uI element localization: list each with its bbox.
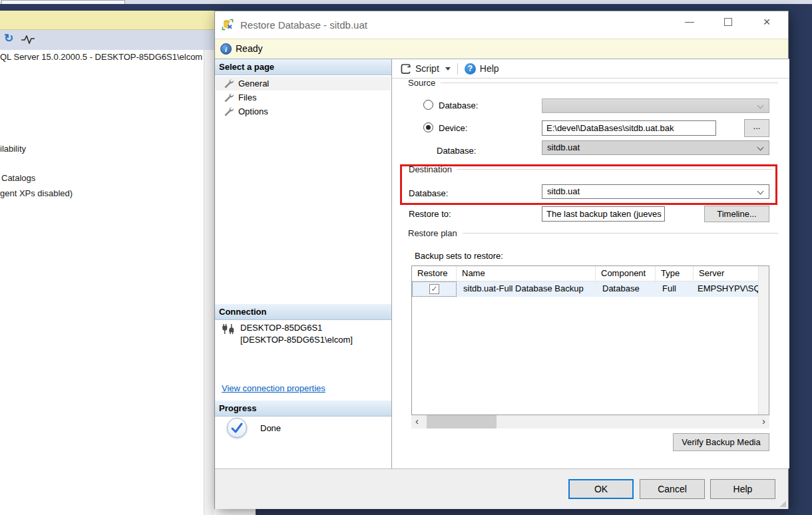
column-header-component[interactable]: Component bbox=[596, 266, 656, 281]
page-item-options[interactable]: Options bbox=[216, 104, 391, 118]
info-icon: i bbox=[220, 43, 232, 55]
table-header-row: Restore Name Component Type Server bbox=[412, 266, 759, 281]
page-item-label: General bbox=[238, 79, 269, 88]
page-item-general[interactable]: General bbox=[216, 77, 391, 90]
connection-header: Connection bbox=[215, 304, 391, 320]
chevron-down-icon bbox=[757, 144, 764, 151]
page-item-files[interactable]: Files bbox=[216, 90, 391, 104]
destination-group-caption: Destination bbox=[409, 164, 773, 174]
script-dropdown-icon[interactable] bbox=[445, 67, 451, 71]
close-icon: × bbox=[763, 15, 770, 29]
object-explorer-tree-node[interactable]: ilability bbox=[0, 144, 26, 154]
source-database-radio[interactable] bbox=[423, 100, 433, 110]
group-divider bbox=[457, 169, 773, 170]
source-database-value: sitdb.uat bbox=[547, 142, 580, 152]
source-legend: Source bbox=[408, 78, 435, 88]
activity-monitor-icon[interactable] bbox=[21, 35, 35, 44]
refresh-icon[interactable]: ↻ bbox=[4, 31, 13, 45]
dialog-titlebar[interactable]: Restore Database - sitdb.uat × bbox=[215, 11, 788, 39]
dialog-status-bar: i Ready bbox=[215, 39, 788, 59]
cancel-button[interactable]: Cancel bbox=[640, 479, 705, 499]
object-explorer-scrollbar[interactable] bbox=[204, 50, 214, 515]
background-window-right bbox=[789, 4, 812, 515]
group-divider bbox=[463, 233, 778, 234]
help-button[interactable]: Help bbox=[710, 479, 775, 499]
status-text: Ready bbox=[236, 43, 262, 54]
destination-database-value: sitdb.uat bbox=[547, 186, 580, 196]
maximize-button[interactable] bbox=[713, 11, 743, 33]
wrench-icon bbox=[224, 79, 234, 88]
left-panel: Select a page General Files Options Conn… bbox=[215, 59, 392, 468]
object-explorer-tree-node[interactable]: Catalogs bbox=[1, 173, 35, 183]
browse-button[interactable]: ... bbox=[744, 119, 769, 137]
help-icon: ? bbox=[465, 63, 476, 75]
column-header-restore[interactable]: Restore bbox=[412, 266, 457, 281]
verify-backup-media-button[interactable]: Verify Backup Media bbox=[673, 433, 769, 451]
help-toolbar-button[interactable]: Help bbox=[480, 63, 499, 74]
column-header-name[interactable]: Name bbox=[457, 266, 596, 281]
restore-plan-group-caption: Restore plan bbox=[408, 228, 778, 238]
group-divider bbox=[441, 83, 778, 83]
object-explorer-info-band bbox=[0, 11, 214, 30]
source-database-select[interactable]: sitdb.uat bbox=[542, 140, 769, 155]
minimize-icon bbox=[685, 22, 694, 23]
object-explorer-toolbar: ↻ bbox=[0, 30, 214, 50]
backup-sets-table[interactable]: Restore Name Component Type Server ✓ sit… bbox=[411, 265, 769, 415]
chevron-down-icon bbox=[757, 102, 764, 109]
connection-server: DESKTOP-85DG6S1 bbox=[240, 323, 322, 333]
scroll-left-icon[interactable]: ‹ bbox=[411, 415, 423, 429]
minimize-button[interactable] bbox=[674, 11, 705, 33]
cell-name: sitdb.uat-Full Database Backup bbox=[457, 281, 596, 297]
script-button[interactable]: Script bbox=[415, 63, 439, 74]
restore-to-label: Restore to: bbox=[409, 209, 451, 219]
cell-server: EMPSHYPV\SQLE bbox=[694, 281, 759, 297]
object-explorer-tree-node[interactable]: gent XPs disabled) bbox=[0, 188, 73, 198]
scroll-right-icon[interactable]: › bbox=[758, 415, 769, 429]
done-check-icon bbox=[227, 418, 247, 438]
scrollbar-thumb[interactable] bbox=[427, 415, 497, 429]
close-button[interactable]: × bbox=[751, 11, 782, 33]
device-path-field[interactable]: E:\devel\DataBases\sitdb.uat.bak bbox=[542, 120, 716, 136]
restore-to-field[interactable]: The last backup taken (jueves bbox=[542, 206, 665, 222]
table-horizontal-scrollbar[interactable]: ‹ › bbox=[411, 415, 769, 429]
toolbar-separator bbox=[457, 63, 458, 75]
main-content: Script ? Help Source Database: Device: E… bbox=[392, 59, 789, 468]
source-database-radio-label: Database: bbox=[439, 100, 478, 110]
table-row[interactable]: ✓ sitdb.uat-Full Database Backup Databas… bbox=[412, 281, 759, 297]
select-a-page-header: Select a page bbox=[215, 59, 391, 75]
restore-database-icon bbox=[222, 19, 234, 31]
backup-sets-label: Backup sets to restore: bbox=[415, 251, 503, 261]
source-device-radio[interactable] bbox=[423, 122, 433, 132]
destination-database-label: Database: bbox=[409, 188, 448, 198]
wrench-icon bbox=[224, 106, 234, 116]
object-explorer-server-node[interactable]: QL Server 15.0.2000.5 - DESKTOP-85DG6S1\… bbox=[0, 52, 202, 62]
cell-type: Full bbox=[656, 281, 694, 297]
column-header-type[interactable]: Type bbox=[656, 266, 694, 281]
ok-button[interactable]: OK bbox=[568, 479, 634, 499]
column-header-server[interactable]: Server bbox=[694, 266, 759, 281]
restore-database-dialog: Restore Database - sitdb.uat × i Ready S… bbox=[214, 11, 789, 509]
table-vertical-scrollbar[interactable] bbox=[758, 266, 769, 415]
source-device-radio-label: Device: bbox=[439, 123, 467, 133]
dialog-toolbar: Script ? Help bbox=[392, 59, 789, 79]
cell-component: Database bbox=[596, 281, 656, 297]
dialog-title: Restore Database - sitdb.uat bbox=[240, 19, 367, 31]
maximize-icon bbox=[724, 18, 732, 26]
source-group-caption: Source bbox=[408, 78, 778, 88]
resize-grip[interactable] bbox=[779, 500, 786, 507]
chevron-down-icon bbox=[757, 188, 764, 195]
destination-legend: Destination bbox=[409, 164, 452, 174]
source-database-combo[interactable] bbox=[542, 98, 769, 113]
destination-database-select[interactable]: sitdb.uat bbox=[542, 184, 769, 199]
timeline-button[interactable]: Timeline... bbox=[704, 206, 769, 222]
progress-status: Done bbox=[260, 423, 281, 433]
background-window-band bbox=[0, 4, 812, 11]
dialog-footer: OK Cancel Help bbox=[215, 468, 788, 509]
view-connection-properties-link[interactable]: View connection properties bbox=[222, 383, 325, 393]
checkbox-checked-icon[interactable]: ✓ bbox=[429, 284, 439, 294]
restore-plan-legend: Restore plan bbox=[408, 228, 457, 238]
wrench-icon bbox=[224, 92, 234, 102]
restore-checkbox-cell[interactable]: ✓ bbox=[412, 281, 457, 297]
connection-account: [DESKTOP-85DG6S1\elcom] bbox=[240, 335, 353, 345]
page-item-label: Options bbox=[238, 106, 268, 116]
